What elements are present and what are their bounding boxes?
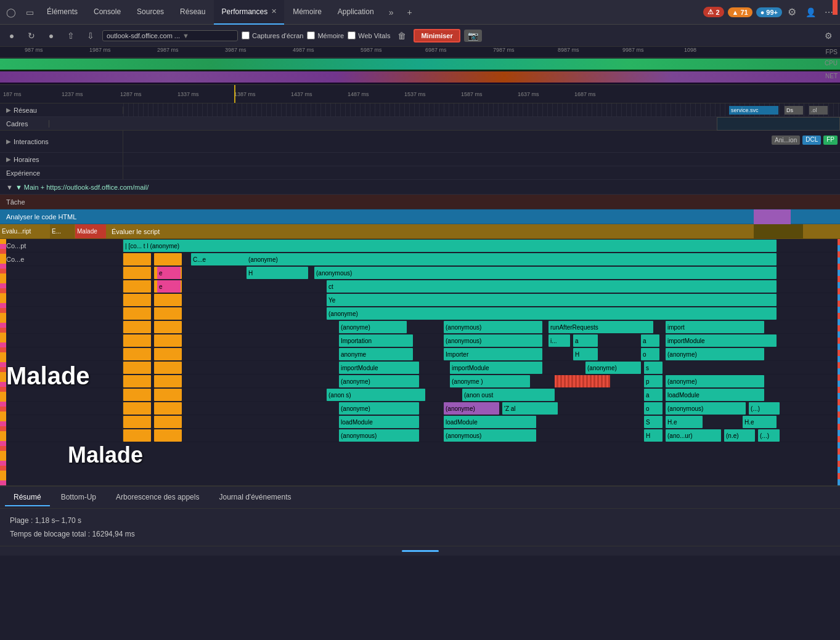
fb-anon10a[interactable]: (anonyme) bbox=[339, 375, 419, 387]
fb-loadmod13b[interactable]: loadModule bbox=[444, 416, 536, 428]
fb-anon10b[interactable]: (anonyme ) bbox=[450, 375, 530, 387]
interactions-label[interactable]: ▶ Interactions bbox=[0, 131, 123, 153]
interactions-arrow[interactable]: ▶ bbox=[6, 138, 11, 145]
tab-reseau[interactable]: Réseau bbox=[173, 0, 213, 25]
captures-checkbox[interactable]: Captures d'écran bbox=[242, 31, 303, 39]
tab-sources[interactable]: Sources bbox=[129, 0, 171, 25]
fb-gold-27[interactable] bbox=[154, 429, 182, 442]
fb-H14[interactable]: H bbox=[644, 429, 663, 442]
memoire-checkbox[interactable]: Mémoire bbox=[307, 31, 344, 39]
tab-performances[interactable]: Performances ✕ bbox=[214, 0, 284, 25]
settings2-icon[interactable]: ⚙ bbox=[820, 28, 836, 44]
devtools-icon-1[interactable]: ◯ bbox=[2, 4, 20, 21]
btab-bottomup[interactable]: Bottom-Up bbox=[52, 489, 105, 506]
fb-gold-10[interactable] bbox=[123, 321, 151, 333]
fb-anon14a[interactable]: (anonymous) bbox=[339, 429, 419, 442]
fb-o8[interactable]: o bbox=[641, 348, 659, 360]
fb-importer[interactable]: Importer bbox=[444, 348, 542, 360]
fb-gold-18[interactable] bbox=[123, 375, 151, 387]
fb-gold-20[interactable] bbox=[123, 389, 151, 401]
fb-anonyme9[interactable]: (anonyme) bbox=[585, 362, 641, 374]
fb-impmod9b[interactable]: importModule bbox=[450, 362, 542, 374]
timeline-overview[interactable]: 987 ms 1987 ms 2987 ms 3987 ms 4987 ms 5… bbox=[0, 47, 840, 85]
download-icon[interactable]: ⇩ bbox=[83, 28, 99, 44]
fb-anons11[interactable]: (anon s) bbox=[327, 389, 425, 401]
fb-loadmod11[interactable]: loadModule bbox=[666, 389, 764, 401]
fb-ne14[interactable]: (n.e) bbox=[724, 429, 755, 442]
fb-dots12[interactable]: (...) bbox=[749, 402, 780, 415]
reseau-label[interactable]: ▶ Réseau bbox=[0, 107, 123, 114]
upload-icon[interactable]: ⇧ bbox=[63, 28, 79, 44]
fb-gold-12[interactable] bbox=[123, 334, 151, 347]
fb-anon12b-purple[interactable]: (anonyme) bbox=[444, 402, 499, 415]
stop-icon[interactable]: ● bbox=[43, 28, 59, 44]
refresh-icon[interactable]: ↻ bbox=[23, 28, 39, 44]
btab-arborescence[interactable]: Arborescence des appels bbox=[107, 489, 208, 506]
fb-impmod9a[interactable]: importModule bbox=[339, 362, 419, 374]
fb-gold-8[interactable] bbox=[123, 307, 151, 320]
fb-anon14b[interactable]: (anonymous) bbox=[444, 429, 536, 442]
fb-gold-23[interactable] bbox=[154, 402, 182, 415]
fb-anon10c[interactable]: (anonyme) bbox=[666, 375, 764, 387]
fb-gold-2[interactable] bbox=[123, 267, 151, 279]
settings-icon[interactable]: ⚙ bbox=[783, 4, 801, 21]
tab-console[interactable]: Console bbox=[86, 0, 128, 25]
fb-gold-26[interactable] bbox=[123, 429, 151, 442]
fb-o12[interactable]: o bbox=[644, 402, 663, 415]
record-icon[interactable]: ● bbox=[4, 28, 20, 44]
fb-importmodule7[interactable]: importModule bbox=[666, 334, 777, 347]
warning-badge[interactable]: ▲ 71 bbox=[728, 7, 752, 17]
flame-content-7[interactable]: Importation (anonymous) i... a a importM… bbox=[123, 334, 840, 347]
trash-icon[interactable]: 🗑 bbox=[394, 28, 410, 44]
experience-label[interactable]: Expérience bbox=[0, 166, 123, 179]
flame-content-14[interactable]: (anonymous) (anonymous) H (ano...ur) (n.… bbox=[123, 429, 840, 442]
fb-anon12a[interactable]: (anonyme) bbox=[339, 402, 419, 415]
fb-dots14[interactable]: (...) bbox=[758, 429, 780, 442]
fb-a11[interactable]: a bbox=[644, 389, 663, 401]
fb-gold-21[interactable] bbox=[154, 389, 182, 401]
info-badge[interactable]: ● 99+ bbox=[756, 7, 782, 17]
fb-gold-1[interactable] bbox=[154, 253, 182, 265]
fb-gold-17[interactable] bbox=[154, 362, 182, 374]
flame-content-0[interactable]: | [co... t l (anonyme) bbox=[123, 239, 840, 252]
profile-icon[interactable]: 👤 bbox=[802, 4, 819, 21]
flame-content-8[interactable]: anonyme Importer H o (anonyme) bbox=[123, 347, 840, 360]
fb-anonyme-5[interactable]: (anonyme) bbox=[327, 307, 777, 320]
fb-gold-19[interactable] bbox=[154, 375, 182, 387]
cadres-label[interactable]: Cadres bbox=[0, 120, 49, 128]
main-url-row[interactable]: ▼ ▼ Main + https://outlook-sdf.office.co… bbox=[0, 180, 840, 195]
more-tabs-icon[interactable]: » bbox=[383, 4, 400, 21]
fb-H[interactable]: H bbox=[247, 267, 308, 279]
flame-content-3[interactable]: e ct bbox=[123, 280, 840, 293]
reseau-arrow[interactable]: ▶ bbox=[6, 107, 11, 113]
tab-memoire[interactable]: Mémoire bbox=[285, 0, 329, 25]
fb-e-3[interactable]: e bbox=[157, 280, 181, 293]
flame-content-1[interactable]: C...e (anonyme) bbox=[123, 253, 840, 265]
devtools-icon-2[interactable]: ▭ bbox=[21, 4, 38, 21]
fb-gold-6[interactable] bbox=[123, 294, 151, 306]
error-badge[interactable]: ⚠ 2 bbox=[703, 7, 724, 17]
flame-content-6[interactable]: (anonyme) (anonymous) runAfterRequests i… bbox=[123, 320, 840, 333]
flame-content-5[interactable]: (anonyme) bbox=[123, 307, 840, 320]
fb-gold-25[interactable] bbox=[154, 416, 182, 428]
fb-gold-0[interactable] bbox=[123, 253, 151, 265]
fb-anon6a[interactable]: (anonyme) bbox=[339, 321, 407, 333]
fb-gold-14[interactable] bbox=[123, 348, 151, 360]
horaires-arrow[interactable]: ▶ bbox=[6, 156, 11, 163]
fb-runafter[interactable]: runAfterRequests bbox=[548, 321, 653, 333]
collapse-arrow[interactable]: ▼ bbox=[6, 184, 13, 191]
fb-ct[interactable]: ct bbox=[327, 280, 777, 293]
map-icon[interactable]: 📷 bbox=[464, 30, 482, 42]
fb-H8[interactable]: H bbox=[573, 348, 598, 360]
fb-S13[interactable]: S bbox=[644, 416, 663, 428]
fb-zal[interactable]: 'Z al bbox=[502, 402, 558, 415]
webvitals-checkbox[interactable]: Web Vitals bbox=[348, 31, 390, 39]
flame-content-13[interactable]: loadModule loadModule S H.e H.e bbox=[123, 415, 840, 428]
fb-loadmod13a[interactable]: loadModule bbox=[339, 416, 419, 428]
fb-anonoust[interactable]: (anon oust bbox=[462, 389, 555, 401]
fb-He13a[interactable]: H.e bbox=[666, 416, 703, 428]
fb-He13b[interactable]: H.e bbox=[743, 416, 777, 428]
fb-a7[interactable]: a bbox=[573, 334, 598, 347]
fb-gold-13[interactable] bbox=[154, 334, 182, 347]
fb-gold-24[interactable] bbox=[123, 416, 151, 428]
